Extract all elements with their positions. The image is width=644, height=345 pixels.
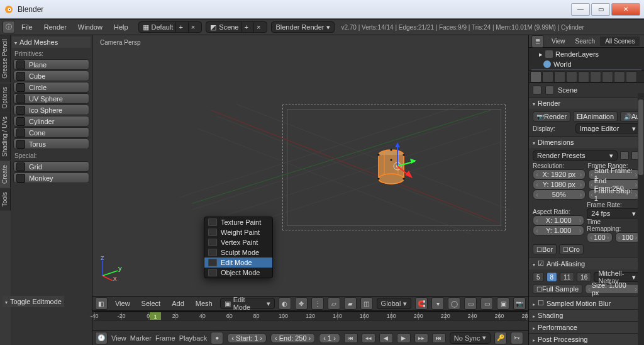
transform-gizmo[interactable] [379,142,416,180]
scene-selector[interactable]: ◩ Scene + × [206,21,267,33]
remove-scene-icon[interactable]: × [253,22,263,32]
mode-edit-mode[interactable]: Edit Mode [204,257,272,268]
timeline-menu-marker[interactable]: Marker [130,334,152,342]
tab-layers[interactable] [542,71,553,82]
res-y[interactable]: ‹Y: 1080 px› [533,179,586,189]
3dview-menu-mesh[interactable]: Mesh [192,298,216,308]
display-mode-select[interactable]: Image Editor▾ [575,123,640,133]
render-engine-selector[interactable]: Blender Render ▾ [271,21,335,33]
menu-file[interactable]: File [16,21,38,33]
border-toggle[interactable]: ☐ Bor [533,244,557,254]
panel-add-meshes-header[interactable]: Add Meshes [12,37,91,48]
current-frame-field[interactable]: ‹ 1 › [319,333,340,343]
minimize-button[interactable]: — [571,3,590,16]
tab-scene[interactable] [554,71,565,82]
key-insert-icon[interactable]: 🔑 [494,332,507,344]
prop-edit-icon[interactable]: ◯ [448,297,460,310]
aa-5[interactable]: 5 [533,272,544,282]
menu-help[interactable]: Help [109,21,133,33]
aa-11[interactable]: 11 [560,272,574,282]
3dview-menu-add[interactable]: Add [168,298,188,308]
play-icon[interactable]: ▶ [397,333,411,343]
mode-selector[interactable]: ▣Edit Mode▾ [220,298,275,309]
snap-icon[interactable]: 🧲 [415,297,428,310]
auto-key-icon[interactable]: ● [211,332,223,344]
timeline-menu-playback[interactable]: Playback [179,334,208,342]
frame-step[interactable]: ‹Frame Step: 1› [588,189,641,200]
timeline-menu-frame[interactable]: Frame [155,334,175,342]
add-scene-icon[interactable]: + [242,22,251,32]
panel-post-processing[interactable]: Post Processing [529,334,644,345]
tab-modifiers[interactable] [602,71,613,82]
snap-type-icon[interactable]: ▾ [431,297,444,310]
maximize-button[interactable]: ▭ [591,3,610,16]
res-pct[interactable]: ‹50%› [533,189,586,200]
tab-tools[interactable]: Tools [0,188,11,210]
mesh-ico-sphere[interactable]: Ico Sphere [13,105,89,115]
vert-select-icon[interactable]: ⋮ [311,297,324,310]
keyframe-next-icon[interactable]: ▸▸ [414,333,428,343]
jump-end-icon[interactable]: ⏭ [432,333,446,343]
limit-select-icon[interactable]: ◫ [360,297,373,310]
tab-constraints[interactable] [590,71,601,82]
outliner[interactable]: ▸RenderLayers World ▸Camera👁↖📷 [529,48,644,71]
aa-16[interactable]: 16 [577,272,591,282]
tab-data[interactable] [614,71,625,82]
render-button[interactable]: 📷 Render [533,111,570,122]
face-select-icon[interactable]: ▰ [344,297,357,310]
tab-render[interactable] [530,71,541,82]
panel-sampled-motion-blur[interactable]: ☐ Sampled Motion Blur [529,297,644,309]
mode-sculpt-mode[interactable]: Sculpt Mode [204,247,272,257]
3dview-menu-view[interactable]: View [111,298,134,308]
crop-toggle[interactable]: ☐ Cro [559,244,584,254]
mode-vertex-paint[interactable]: Vertex Paint [204,237,272,247]
close-button[interactable]: ✕ [611,3,640,16]
mesh-plane[interactable]: Plane [13,59,89,70]
tab-world[interactable] [566,71,577,82]
mesh-cube[interactable]: Cube [13,71,89,81]
render-presets[interactable]: Render Presets▾ [533,150,618,161]
play-reverse-icon[interactable]: ◀ [379,333,393,343]
outliner-filter[interactable]: All Scenes [600,37,640,46]
tab-create[interactable]: Create [0,161,11,188]
mesh-cylinder[interactable]: Cylinder [13,116,89,127]
mesh-uv-sphere[interactable]: UV Sphere [13,93,89,104]
tab-grease-pencil[interactable]: Grease Pencil [0,35,11,82]
mesh-cone[interactable]: Cone [13,127,89,138]
panel-shading[interactable]: Shading [529,310,644,321]
aa-size[interactable]: ‹Size: 1.000 px› [585,284,640,294]
panel-anti-aliasing[interactable]: ☑ Anti-Aliasing [529,257,644,269]
framerate-select[interactable]: 24 fps▾ [587,208,640,218]
layers2-icon[interactable]: ▭ [480,297,493,310]
camera-icon[interactable]: 📷 [513,297,526,310]
tab-options[interactable]: Options [0,83,11,112]
res-x[interactable]: ‹X: 1920 px› [533,169,586,179]
outliner-renderlayers[interactable]: ▸RenderLayers [531,49,641,59]
mode-texture-paint[interactable]: Texture Paint [204,217,272,227]
outliner-menu-view[interactable]: View [547,37,570,46]
render-border-icon[interactable]: ▣ [497,297,509,310]
add-preset-icon[interactable] [620,151,629,160]
panel-dimensions[interactable]: Dimensions [529,137,644,148]
tab-material[interactable] [626,71,637,82]
editor-type-timeline-icon[interactable]: 🕘 [95,332,108,344]
shading-icon[interactable]: ◐ [279,297,291,310]
editor-type-outliner-icon[interactable]: ≣ [531,35,544,48]
jump-start-icon[interactable]: ⏮ [344,333,358,343]
current-frame-marker[interactable]: 1 [150,312,161,320]
mesh-monkey[interactable]: Monkey [13,172,89,183]
timeline-ruler[interactable]: -40-200204060801001201401601802002202402… [92,311,528,330]
end-frame-field[interactable]: ‹ End: 250 › [270,333,315,343]
aa-filter-select[interactable]: Mitchell-Netrav...▾ [594,272,640,282]
mesh-circle[interactable]: Circle [13,82,89,93]
aspect-y[interactable]: ‹Y: 1.000› [533,225,584,235]
full-sample-toggle[interactable]: ☐ Full Sample [533,284,582,294]
mode-object-mode[interactable]: Object Mode [204,268,272,278]
remap-new[interactable]: ‹100› [615,232,640,242]
menu-window[interactable]: Window [73,21,108,33]
remove-layout-icon[interactable]: × [188,22,197,32]
3d-viewport[interactable]: Camera Persp [92,35,528,296]
outliner-menu-search[interactable]: Search [570,37,601,46]
panel-render[interactable]: Render [529,98,644,109]
outliner-world[interactable]: World [531,59,641,69]
